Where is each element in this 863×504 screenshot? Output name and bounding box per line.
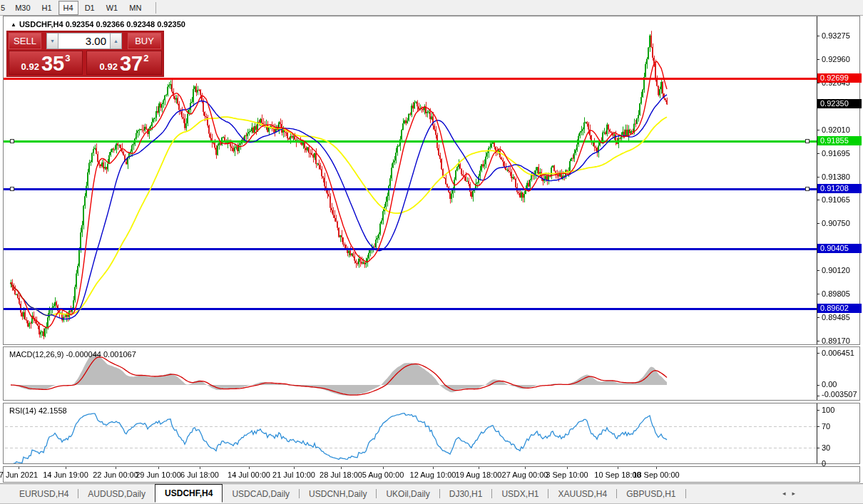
price-axis-tick-label: 0.91065 [822,195,850,204]
hline-price-label: 0.90405 [817,244,862,253]
buy-price-quote[interactable]: 0.92372 [86,51,162,75]
price-axis-tick-label: 0.93275 [822,31,850,40]
tab-scrollers: ◂▸ [782,490,802,497]
time-axis-tick [249,467,250,469]
hline-price-label: 0.89602 [817,304,862,313]
rsi-label: RSI(14)42.1558 [9,406,69,415]
tab-scroll-right-icon[interactable]: ▸ [792,490,802,497]
time-axis-tick [158,467,159,469]
one-click-trading-panel: SELL ▼ ▲ BUY 0.92353 0.92372 [6,31,164,77]
current-price-label: 0.92350 [817,99,862,108]
chart-title-text: USDCHF,H4 0.92354 0.92366 0.92348 0.9235… [19,20,185,29]
price-axis-tick-label: 0.92960 [822,55,850,63]
macd-indicator-pane: MACD(12,26,9)-0.0000440.001067 0.0064510… [3,346,860,401]
toolbar-timeframe-5[interactable]: 5 [0,1,9,15]
chart-tab-gbpusd-h1[interactable]: GBPUSD,H1 [617,484,685,503]
macd-axis-label: 0.00 [822,380,837,389]
rsi-indicator-pane: RSI(14)42.1558 10070300 [3,403,860,464]
collapse-arrow-icon[interactable]: ▲ [11,21,16,28]
toolbar-timeframe-m30[interactable]: M30 [10,1,35,15]
time-axis-label: 21 Jul 10:00 [272,470,315,479]
volume-input[interactable] [58,33,110,49]
price-axis-tick-label: 0.90120 [822,266,850,274]
toolbar-timeframe-w1[interactable]: W1 [101,1,123,15]
time-axis-label: 5 Aug 00:00 [362,470,404,479]
main-chart-pane: ▲USDCHF,H4 0.92354 0.92366 0.92348 0.923… [3,16,860,345]
tab-scroll-left-icon[interactable]: ◂ [782,490,792,497]
time-axis-tick [656,467,657,469]
chart-tab-usdchf-h4[interactable]: USDCHF,H4 [155,484,223,503]
price-axis-tick-label: 0.89485 [822,313,850,322]
time-axis-label: 7 Jun 2021 [0,470,38,479]
time-axis-label: 14 Jun 19:00 [43,470,88,479]
time-axis-tick [66,467,66,469]
chart-title: ▲USDCHF,H4 0.92354 0.92366 0.92348 0.923… [11,20,185,29]
toolbar-timeframe-d1[interactable]: D1 [80,1,100,15]
hline-price-label: 0.91855 [817,136,862,145]
sell-price-prefix: 0.92 [21,61,39,73]
chart-tab-usdx-h1[interactable]: USDX,H1 [492,484,548,503]
sell-price-quote[interactable]: 0.92353 [9,51,83,75]
chart-tab-dj30-h1[interactable]: DJ30,H1 [440,484,492,503]
macd-axis-label: -0.003507 [822,390,857,398]
timeframe-toolbar: 5M30H1H4D1W1MN [0,0,863,16]
macd-label: MACD(12,26,9)-0.0000440.001067 [9,350,138,359]
chevron-down-icon: ▼ [50,38,55,43]
toolbar-timeframe-h1[interactable]: H1 [37,1,57,15]
buy-button[interactable]: BUY [128,33,161,49]
toolbar-separator [155,2,156,14]
macd-axis-label: 0.006451 [822,349,854,357]
chevron-up-icon: ▲ [113,38,118,43]
price-axis-tick-label: 0.89170 [822,336,850,345]
toolbar-timeframe-mn[interactable]: MN [124,1,146,15]
rsi-axis-label: 70 [822,422,830,431]
price-axis-tick-label: 0.91695 [822,149,850,158]
time-axis-tick [618,467,618,469]
time-axis-tick [294,467,295,469]
time-axis-label: 18 Sep 00:00 [633,470,679,479]
toolbar-timeframe-h4[interactable]: H4 [58,1,78,15]
time-axis-tick [116,467,116,469]
chart-tab-xauusd-h4[interactable]: XAUUSD,H4 [548,484,616,503]
tab-separator [685,489,686,498]
buy-price-prefix: 0.92 [100,61,118,73]
sell-button[interactable]: SELL [9,33,41,49]
time-axis-tick [479,467,479,469]
buy-price-big: 37 [120,54,143,73]
time-axis-tick [567,467,568,469]
time-axis-label: 22 Jun 00:00 [93,470,138,479]
hline-price-label: 0.92699 [817,73,862,83]
time-axis-label: 29 Jun 10:00 [136,470,181,479]
volume-decrease-button[interactable]: ▼ [46,33,58,49]
price-axis-tick-label: 0.90750 [822,219,850,227]
time-axis-label: 12 Aug 10:00 [410,470,456,479]
time-axis-tick [19,467,19,469]
chart-tab-audusd-daily[interactable]: AUDUSD,Daily [78,484,155,503]
time-axis-label: 19 Aug 18:00 [456,470,502,479]
volume-increase-button[interactable]: ▲ [110,33,122,49]
time-axis-tick [525,467,526,469]
chart-tab-bar: EURUSD,H4AUDUSD,DailyUSDCHF,H4USDCAD,Dai… [0,483,863,504]
rsi-canvas[interactable] [4,403,859,463]
time-axis-label: 3 Sep 10:00 [546,470,588,479]
price-axis-tick-label: 0.89805 [822,289,850,298]
time-axis-tick [433,467,434,469]
hline-price-label: 0.91208 [817,184,862,193]
time-axis-label: 14 Jul 00:00 [228,470,270,479]
rsi-axis-label: 30 [822,443,830,452]
buy-price-sup: 2 [143,53,148,63]
time-axis-label: 27 Aug 00:00 [502,470,548,479]
price-axis-tick-label: 0.92010 [822,125,850,134]
time-axis-tick [383,467,384,469]
time-axis-label: 6 Jul 18:00 [180,470,219,479]
time-axis-tick [341,467,342,469]
chart-tab-ukoil-daily[interactable]: UKOil,Daily [377,484,439,503]
time-axis: 7 Jun 202114 Jun 19:0022 Jun 00:0029 Jun… [3,466,860,483]
rsi-axis-label: 100 [822,406,834,414]
chart-tab-eurusd-h4[interactable]: EURUSD,H4 [10,484,78,503]
sell-price-sup: 3 [65,53,70,63]
time-axis-label: 28 Jul 18:00 [320,470,362,479]
chart-tab-usdcnh-daily[interactable]: USDCNH,Daily [300,484,376,503]
chart-tab-usdcad-daily[interactable]: USDCAD,Daily [223,484,299,503]
time-axis-tick [200,467,200,469]
